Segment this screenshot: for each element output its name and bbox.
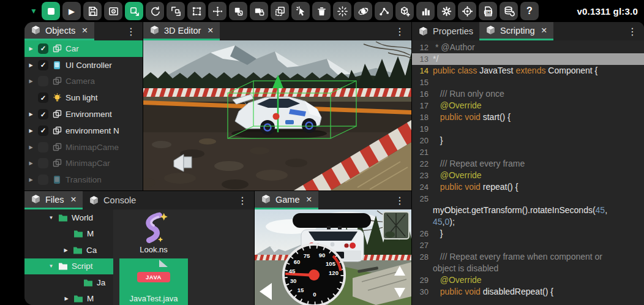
toolbar-dropdown-icon[interactable]: ▼ [28, 7, 39, 15]
tree-row-ja[interactable]: Ja [24, 274, 113, 291]
checkbox-unchecked[interactable]: ✓ [38, 76, 48, 86]
rect-select-button[interactable] [187, 2, 206, 20]
light-bulb-icon [52, 93, 62, 102]
object-row-ui-controller[interactable]: ▶✓UI Controller [24, 57, 143, 73]
preview-button[interactable] [104, 2, 122, 20]
game-viewport[interactable]: 0 15 30 45 60 75 90 105 120 [255, 209, 411, 305]
checkbox-checked[interactable]: ✓ [38, 126, 48, 136]
object-icon [52, 77, 62, 86]
object-label: Sun light [66, 93, 98, 102]
object-row-transition[interactable]: ▶✓Transition [24, 171, 143, 188]
expand-icon[interactable]: ▶ [28, 62, 34, 68]
expand-icon[interactable]: ▶ [28, 111, 34, 117]
close-icon[interactable]: ✕ [541, 26, 547, 35]
close-icon[interactable]: ✕ [70, 195, 77, 204]
expand-icon[interactable]: ▶ [63, 296, 70, 301]
add-object-button[interactable] [395, 2, 414, 20]
checkbox-checked[interactable]: ✓ [38, 43, 48, 54]
help-button[interactable]: ? [520, 2, 539, 20]
path-nodes-button[interactable] [375, 2, 393, 20]
expand-icon[interactable]: ▶ [28, 177, 34, 183]
tab-objects-label: Objects [45, 26, 75, 36]
gauge-label: 15 [298, 287, 304, 293]
build-target-button[interactable] [458, 2, 476, 20]
tree-row-ca[interactable]: ▶Ca [24, 242, 113, 258]
editor3d-menu-icon[interactable]: ⋮ [388, 22, 411, 40]
checkbox-unchecked[interactable]: ✓ [38, 142, 48, 152]
object-row-minimapcar[interactable]: ▶✓MinimapCar [24, 156, 143, 172]
java-badge: JAVA [137, 272, 170, 282]
files-tabbar: Files ✕ Console ⋮ [24, 191, 254, 209]
lock-object-button[interactable] [250, 2, 268, 20]
expand-icon[interactable]: ▶ [28, 160, 34, 166]
tab-files[interactable]: Files ✕ [24, 191, 83, 209]
save-icon [87, 6, 99, 17]
code-line: 14public class JavaTest extends Componen… [412, 65, 644, 77]
game-menu-icon[interactable]: ⋮ [388, 191, 411, 209]
close-icon[interactable]: ✕ [81, 26, 88, 35]
cube-icon [31, 194, 41, 205]
code-editor[interactable]: 12 * @Author13*/14public class JavaTest … [412, 40, 644, 305]
orbit-physics-button[interactable] [354, 2, 372, 20]
file-tile-look-ns[interactable]: Look.ns [119, 211, 188, 258]
objects-menu-icon[interactable]: ⋮ [119, 22, 143, 40]
objects-tabbar: Objects ✕ ⋮ [24, 22, 143, 40]
translate-tool-button[interactable] [125, 2, 143, 20]
close-icon[interactable]: ✕ [207, 26, 213, 35]
duplicate-button[interactable] [271, 2, 289, 20]
stop-button[interactable] [42, 2, 60, 20]
3d-viewport[interactable] [143, 40, 411, 190]
save-button[interactable] [83, 2, 102, 20]
collapse-icon[interactable]: ▼ [48, 263, 54, 269]
rotate-tool-button[interactable] [146, 2, 164, 20]
pivot-tool-button[interactable] [208, 2, 227, 20]
object-row-minimapcamera[interactable]: ▶✓MinimapCame [24, 139, 143, 156]
database-sync-button[interactable] [500, 2, 518, 20]
expand-icon[interactable]: ▶ [28, 128, 34, 134]
file-tile-javatest[interactable]: JAVA JavaTest.java [119, 258, 188, 305]
scale-tool-button[interactable] [167, 2, 185, 20]
code-line: 23 @Override [412, 170, 644, 181]
play-button[interactable]: ▶ [62, 2, 81, 20]
tree-row-m2[interactable]: ▶M [24, 291, 113, 305]
tab-game[interactable]: Game ✕ [255, 191, 318, 209]
game-panel: Game ✕ ⋮ [255, 191, 411, 305]
right-menu-icon[interactable]: ⋮ [621, 22, 644, 40]
export-apk-button[interactable]: APK [479, 2, 497, 20]
object-row-environment[interactable]: ▶✓Environment [24, 106, 143, 122]
files-menu-icon[interactable]: ⋮ [231, 191, 254, 209]
expand-icon[interactable]: ▶ [28, 46, 34, 51]
expand-icon[interactable]: ▶ [28, 145, 34, 150]
tree-row-m1[interactable]: M [24, 226, 113, 243]
tab-objects[interactable]: Objects ✕ [24, 22, 94, 40]
tree-row-world[interactable]: ▼World [24, 209, 113, 226]
settings-button[interactable] [437, 2, 455, 20]
checkbox-unchecked[interactable]: ✓ [38, 175, 48, 185]
close-icon[interactable]: ✕ [306, 195, 312, 204]
checkbox-checked[interactable]: ✓ [38, 109, 48, 119]
particles-button[interactable] [333, 2, 351, 20]
touch-tool-button[interactable] [291, 2, 310, 20]
tab-scripting[interactable]: Scripting ✕ [479, 22, 553, 40]
checkbox-checked[interactable]: ✓ [38, 92, 48, 103]
object-row-car[interactable]: ▶✓Car [24, 40, 143, 57]
tab-3d-editor[interactable]: 3D Editor ✕ [143, 22, 220, 40]
tree-row-script[interactable]: ▼Script [24, 258, 113, 275]
expand-icon[interactable]: ▶ [62, 247, 69, 253]
object-row-environment-n[interactable]: ▶✓environment N [24, 122, 143, 139]
object-row-sun-light[interactable]: ✓Sun light [24, 89, 143, 106]
checkbox-checked[interactable]: ✓ [38, 60, 48, 70]
stats-button[interactable] [416, 2, 435, 20]
minimap [383, 212, 409, 239]
tab-properties[interactable]: Properties [412, 22, 479, 40]
right-tabbar: Properties Scripting ✕ ⋮ [412, 22, 644, 40]
phone-icon [52, 61, 62, 70]
delete-button[interactable] [312, 2, 331, 20]
checkbox-unchecked[interactable]: ✓ [38, 158, 48, 168]
expand-icon[interactable]: ▶ [28, 78, 34, 84]
collapse-icon[interactable]: ▼ [48, 215, 54, 220]
bring-forward-button[interactable] [229, 2, 247, 20]
object-row-camera[interactable]: ▶✓Camera [24, 73, 143, 90]
code-line: 17 @Override [412, 100, 644, 111]
tab-console[interactable]: Console [83, 191, 142, 209]
